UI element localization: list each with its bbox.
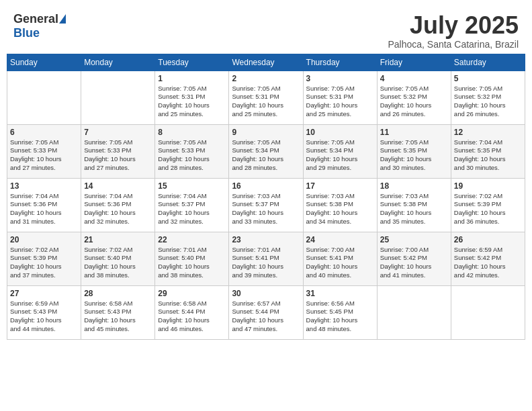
day-info: Sunrise: 7:01 AM Sunset: 5:40 PM Dayligh… — [158, 246, 226, 280]
calendar-cell: 23Sunrise: 7:01 AM Sunset: 5:41 PM Dayli… — [229, 232, 303, 285]
calendar-cell: 9Sunrise: 7:05 AM Sunset: 5:34 PM Daylig… — [229, 124, 303, 178]
page-header: General Blue July 2025 Palhoca, Santa Ca… — [7, 7, 525, 54]
day-info: Sunrise: 7:05 AM Sunset: 5:33 PM Dayligh… — [84, 138, 152, 173]
calendar-cell: 16Sunrise: 7:03 AM Sunset: 5:37 PM Dayli… — [229, 178, 303, 232]
day-info: Sunrise: 6:59 AM Sunset: 5:43 PM Dayligh… — [10, 300, 78, 334]
location-title: Palhoca, Santa Catarina, Brazil — [388, 39, 519, 50]
day-number: 25 — [380, 235, 448, 244]
day-info: Sunrise: 7:05 AM Sunset: 5:33 PM Dayligh… — [158, 138, 226, 173]
calendar-cell: 10Sunrise: 7:05 AM Sunset: 5:34 PM Dayli… — [303, 124, 377, 178]
day-info: Sunrise: 7:04 AM Sunset: 5:35 PM Dayligh… — [454, 138, 522, 173]
day-info: Sunrise: 7:00 AM Sunset: 5:42 PM Dayligh… — [380, 246, 448, 280]
logo-general-text: General — [13, 12, 58, 26]
title-block: July 2025 Palhoca, Santa Catarina, Brazi… — [388, 12, 519, 50]
day-info: Sunrise: 6:58 AM Sunset: 5:43 PM Dayligh… — [84, 300, 152, 334]
day-number: 26 — [454, 235, 522, 244]
calendar-cell: 5Sunrise: 7:05 AM Sunset: 5:32 PM Daylig… — [451, 71, 525, 124]
weekday-header-monday: Monday — [81, 54, 155, 71]
day-number: 5 — [454, 74, 522, 83]
day-info: Sunrise: 6:57 AM Sunset: 5:44 PM Dayligh… — [232, 300, 300, 334]
day-info: Sunrise: 7:04 AM Sunset: 5:37 PM Dayligh… — [158, 192, 226, 226]
calendar-cell: 18Sunrise: 7:03 AM Sunset: 5:38 PM Dayli… — [377, 178, 451, 232]
calendar-cell: 11Sunrise: 7:05 AM Sunset: 5:35 PM Dayli… — [377, 124, 451, 178]
week-row-5: 27Sunrise: 6:59 AM Sunset: 5:43 PM Dayli… — [7, 285, 525, 339]
day-number: 14 — [84, 181, 152, 191]
day-number: 24 — [306, 235, 374, 244]
calendar-cell: 1Sunrise: 7:05 AM Sunset: 5:31 PM Daylig… — [155, 71, 229, 124]
calendar-cell: 26Sunrise: 6:59 AM Sunset: 5:42 PM Dayli… — [451, 232, 525, 285]
calendar-cell — [7, 71, 81, 124]
day-number: 8 — [158, 128, 226, 137]
day-info: Sunrise: 6:58 AM Sunset: 5:44 PM Dayligh… — [158, 300, 226, 334]
day-number: 10 — [306, 128, 374, 137]
day-number: 16 — [232, 181, 300, 191]
calendar-cell — [81, 71, 155, 124]
calendar-cell: 14Sunrise: 7:04 AM Sunset: 5:36 PM Dayli… — [81, 178, 155, 232]
calendar-cell: 29Sunrise: 6:58 AM Sunset: 5:44 PM Dayli… — [155, 285, 229, 339]
weekday-header-wednesday: Wednesday — [229, 54, 303, 71]
day-info: Sunrise: 7:05 AM Sunset: 5:31 PM Dayligh… — [158, 85, 226, 119]
day-info: Sunrise: 7:03 AM Sunset: 5:38 PM Dayligh… — [380, 192, 448, 226]
calendar-cell: 20Sunrise: 7:02 AM Sunset: 5:39 PM Dayli… — [7, 232, 81, 285]
day-info: Sunrise: 7:05 AM Sunset: 5:32 PM Dayligh… — [380, 85, 448, 119]
day-number: 28 — [84, 289, 152, 298]
weekday-header-saturday: Saturday — [451, 54, 525, 71]
day-info: Sunrise: 7:02 AM Sunset: 5:40 PM Dayligh… — [84, 246, 152, 280]
calendar-cell: 15Sunrise: 7:04 AM Sunset: 5:37 PM Dayli… — [155, 178, 229, 232]
day-info: Sunrise: 6:56 AM Sunset: 5:45 PM Dayligh… — [306, 300, 374, 334]
day-number: 11 — [380, 128, 448, 137]
calendar-cell: 3Sunrise: 7:05 AM Sunset: 5:31 PM Daylig… — [303, 71, 377, 124]
day-info: Sunrise: 7:03 AM Sunset: 5:38 PM Dayligh… — [306, 192, 374, 226]
calendar-cell: 7Sunrise: 7:05 AM Sunset: 5:33 PM Daylig… — [81, 124, 155, 178]
day-number: 27 — [10, 289, 78, 298]
calendar-cell: 13Sunrise: 7:04 AM Sunset: 5:36 PM Dayli… — [7, 178, 81, 232]
calendar-cell: 25Sunrise: 7:00 AM Sunset: 5:42 PM Dayli… — [377, 232, 451, 285]
day-number: 31 — [306, 289, 374, 298]
calendar-cell — [451, 285, 525, 339]
day-info: Sunrise: 7:05 AM Sunset: 5:31 PM Dayligh… — [232, 85, 300, 119]
day-info: Sunrise: 7:03 AM Sunset: 5:37 PM Dayligh… — [232, 192, 300, 226]
day-number: 21 — [84, 235, 152, 244]
weekday-header-friday: Friday — [377, 54, 451, 71]
logo-triangle-icon — [59, 14, 66, 24]
calendar-cell: 31Sunrise: 6:56 AM Sunset: 5:45 PM Dayli… — [303, 285, 377, 339]
calendar-cell — [377, 285, 451, 339]
calendar-cell: 6Sunrise: 7:05 AM Sunset: 5:33 PM Daylig… — [7, 124, 81, 178]
day-number: 20 — [10, 235, 78, 244]
day-info: Sunrise: 7:04 AM Sunset: 5:36 PM Dayligh… — [10, 192, 78, 226]
day-number: 3 — [306, 74, 374, 83]
day-info: Sunrise: 7:02 AM Sunset: 5:39 PM Dayligh… — [454, 192, 522, 226]
day-number: 7 — [84, 128, 152, 137]
calendar-cell: 4Sunrise: 7:05 AM Sunset: 5:32 PM Daylig… — [377, 71, 451, 124]
day-number: 4 — [380, 74, 448, 83]
day-info: Sunrise: 7:05 AM Sunset: 5:31 PM Dayligh… — [306, 85, 374, 119]
day-info: Sunrise: 7:05 AM Sunset: 5:35 PM Dayligh… — [380, 138, 448, 173]
day-number: 18 — [380, 181, 448, 191]
day-info: Sunrise: 6:59 AM Sunset: 5:42 PM Dayligh… — [454, 246, 522, 280]
weekday-header-thursday: Thursday — [303, 54, 377, 71]
day-info: Sunrise: 7:05 AM Sunset: 5:32 PM Dayligh… — [454, 85, 522, 119]
logo-blue-text: Blue — [13, 26, 40, 40]
day-number: 12 — [454, 128, 522, 137]
month-title: July 2025 — [388, 12, 519, 39]
calendar-cell: 27Sunrise: 6:59 AM Sunset: 5:43 PM Dayli… — [7, 285, 81, 339]
week-row-2: 6Sunrise: 7:05 AM Sunset: 5:33 PM Daylig… — [7, 124, 525, 178]
logo: General Blue — [13, 12, 66, 40]
day-info: Sunrise: 7:02 AM Sunset: 5:39 PM Dayligh… — [10, 246, 78, 280]
week-row-3: 13Sunrise: 7:04 AM Sunset: 5:36 PM Dayli… — [7, 178, 525, 232]
calendar-cell: 2Sunrise: 7:05 AM Sunset: 5:31 PM Daylig… — [229, 71, 303, 124]
day-number: 9 — [232, 128, 300, 137]
day-number: 22 — [158, 235, 226, 244]
calendar-cell: 22Sunrise: 7:01 AM Sunset: 5:40 PM Dayli… — [155, 232, 229, 285]
calendar-cell: 8Sunrise: 7:05 AM Sunset: 5:33 PM Daylig… — [155, 124, 229, 178]
calendar-cell: 28Sunrise: 6:58 AM Sunset: 5:43 PM Dayli… — [81, 285, 155, 339]
day-number: 17 — [306, 181, 374, 191]
day-info: Sunrise: 7:05 AM Sunset: 5:34 PM Dayligh… — [232, 138, 300, 173]
day-info: Sunrise: 7:04 AM Sunset: 5:36 PM Dayligh… — [84, 192, 152, 226]
day-info: Sunrise: 7:01 AM Sunset: 5:41 PM Dayligh… — [232, 246, 300, 280]
calendar-cell: 21Sunrise: 7:02 AM Sunset: 5:40 PM Dayli… — [81, 232, 155, 285]
weekday-header-row: SundayMondayTuesdayWednesdayThursdayFrid… — [7, 54, 525, 71]
weekday-header-tuesday: Tuesday — [155, 54, 229, 71]
calendar-cell: 24Sunrise: 7:00 AM Sunset: 5:41 PM Dayli… — [303, 232, 377, 285]
day-number: 6 — [10, 128, 78, 137]
